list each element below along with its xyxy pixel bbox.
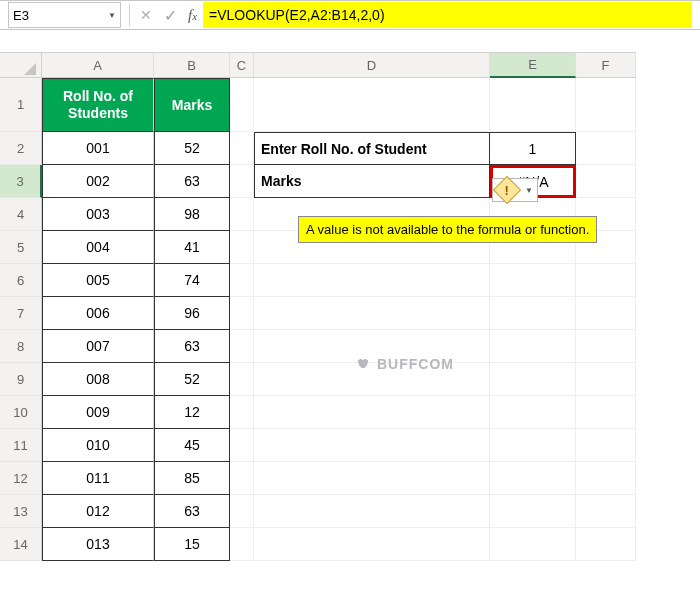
empty-cell[interactable]: [490, 528, 576, 561]
empty-cell[interactable]: [490, 297, 576, 330]
row-header[interactable]: 8: [0, 330, 42, 363]
empty-cell[interactable]: [230, 132, 254, 165]
row-header[interactable]: 1: [0, 78, 42, 132]
table-cell-roll[interactable]: 012: [42, 495, 154, 528]
empty-cell[interactable]: [576, 165, 636, 198]
table-cell-marks[interactable]: 74: [154, 264, 230, 297]
table-cell-roll[interactable]: 010: [42, 429, 154, 462]
col-header-B[interactable]: B: [154, 52, 230, 78]
empty-cell[interactable]: [576, 264, 636, 297]
row-header[interactable]: 12: [0, 462, 42, 495]
table-cell-roll[interactable]: 007: [42, 330, 154, 363]
row-header[interactable]: 2: [0, 132, 42, 165]
error-indicator[interactable]: ! ▼: [492, 177, 534, 203]
table-cell-roll[interactable]: 004: [42, 231, 154, 264]
cancel-icon[interactable]: ✕: [134, 2, 158, 28]
table-cell-marks[interactable]: 41: [154, 231, 230, 264]
empty-cell[interactable]: [230, 462, 254, 495]
empty-cell[interactable]: [490, 363, 576, 396]
empty-cell[interactable]: [230, 396, 254, 429]
empty-cell[interactable]: [490, 429, 576, 462]
empty-cell[interactable]: [254, 462, 490, 495]
row-header[interactable]: 5: [0, 231, 42, 264]
row-header[interactable]: 14: [0, 528, 42, 561]
empty-cell[interactable]: [576, 462, 636, 495]
empty-cell[interactable]: [490, 264, 576, 297]
lookup-input-cell[interactable]: 1: [490, 132, 576, 165]
table-cell-marks[interactable]: 45: [154, 429, 230, 462]
table-cell-roll[interactable]: 003: [42, 198, 154, 231]
row-header[interactable]: 9: [0, 363, 42, 396]
empty-cell[interactable]: [230, 429, 254, 462]
empty-cell[interactable]: [576, 495, 636, 528]
empty-cell[interactable]: [230, 495, 254, 528]
table-cell-marks[interactable]: 52: [154, 132, 230, 165]
table-cell-roll[interactable]: 013: [42, 528, 154, 561]
empty-cell[interactable]: [230, 165, 254, 198]
row-header[interactable]: 10: [0, 396, 42, 429]
check-icon[interactable]: ✓: [158, 2, 182, 28]
col-header-A[interactable]: A: [42, 52, 154, 78]
empty-cell[interactable]: [254, 297, 490, 330]
formula-input[interactable]: =VLOOKUP(E2,A2:B14,2,0): [203, 2, 692, 28]
empty-cell[interactable]: [254, 396, 490, 429]
select-all-corner[interactable]: [0, 52, 42, 78]
table-cell-marks[interactable]: 52: [154, 363, 230, 396]
empty-cell[interactable]: [576, 528, 636, 561]
empty-cell[interactable]: [490, 78, 576, 132]
lookup-prompt-label[interactable]: Enter Roll No. of Student: [254, 132, 490, 165]
table-cell-marks[interactable]: 63: [154, 165, 230, 198]
fx-icon[interactable]: fx: [182, 7, 203, 24]
empty-cell[interactable]: [230, 528, 254, 561]
empty-cell[interactable]: [254, 264, 490, 297]
empty-cell[interactable]: [490, 396, 576, 429]
row-header[interactable]: 3: [0, 165, 42, 198]
empty-cell[interactable]: [576, 396, 636, 429]
empty-cell[interactable]: [576, 297, 636, 330]
row-header[interactable]: 7: [0, 297, 42, 330]
empty-cell[interactable]: [576, 429, 636, 462]
table-cell-marks[interactable]: 85: [154, 462, 230, 495]
empty-cell[interactable]: [230, 198, 254, 231]
table-cell-marks[interactable]: 15: [154, 528, 230, 561]
empty-cell[interactable]: [576, 132, 636, 165]
empty-cell[interactable]: [230, 78, 254, 132]
empty-cell[interactable]: [254, 78, 490, 132]
empty-cell[interactable]: [490, 330, 576, 363]
row-header[interactable]: 13: [0, 495, 42, 528]
table-cell-roll[interactable]: 008: [42, 363, 154, 396]
table-cell-roll[interactable]: 005: [42, 264, 154, 297]
name-box[interactable]: E3 ▼: [8, 2, 121, 28]
empty-cell[interactable]: [230, 231, 254, 264]
empty-cell[interactable]: [490, 495, 576, 528]
table-cell-roll[interactable]: 006: [42, 297, 154, 330]
empty-cell[interactable]: [254, 429, 490, 462]
empty-cell[interactable]: [254, 495, 490, 528]
empty-cell[interactable]: [576, 363, 636, 396]
table-cell-marks[interactable]: 98: [154, 198, 230, 231]
col-header-E[interactable]: E: [490, 52, 576, 78]
lookup-marks-label[interactable]: Marks: [254, 165, 490, 198]
table-cell-roll[interactable]: 009: [42, 396, 154, 429]
row-header[interactable]: 6: [0, 264, 42, 297]
table-cell-marks[interactable]: 63: [154, 330, 230, 363]
table-cell-roll[interactable]: 001: [42, 132, 154, 165]
table-cell-marks[interactable]: 96: [154, 297, 230, 330]
empty-cell[interactable]: [230, 363, 254, 396]
row-header[interactable]: 4: [0, 198, 42, 231]
table-cell-marks[interactable]: 63: [154, 495, 230, 528]
empty-cell[interactable]: [576, 330, 636, 363]
col-header-F[interactable]: F: [576, 52, 636, 78]
table-cell-roll[interactable]: 011: [42, 462, 154, 495]
empty-cell[interactable]: [230, 264, 254, 297]
col-header-C[interactable]: C: [230, 52, 254, 78]
empty-cell[interactable]: [490, 462, 576, 495]
empty-cell[interactable]: [254, 528, 490, 561]
row-header[interactable]: 11: [0, 429, 42, 462]
table-cell-marks[interactable]: 12: [154, 396, 230, 429]
empty-cell[interactable]: [230, 330, 254, 363]
table-cell-roll[interactable]: 002: [42, 165, 154, 198]
col-header-D[interactable]: D: [254, 52, 490, 78]
empty-cell[interactable]: [230, 297, 254, 330]
empty-cell[interactable]: [576, 78, 636, 132]
